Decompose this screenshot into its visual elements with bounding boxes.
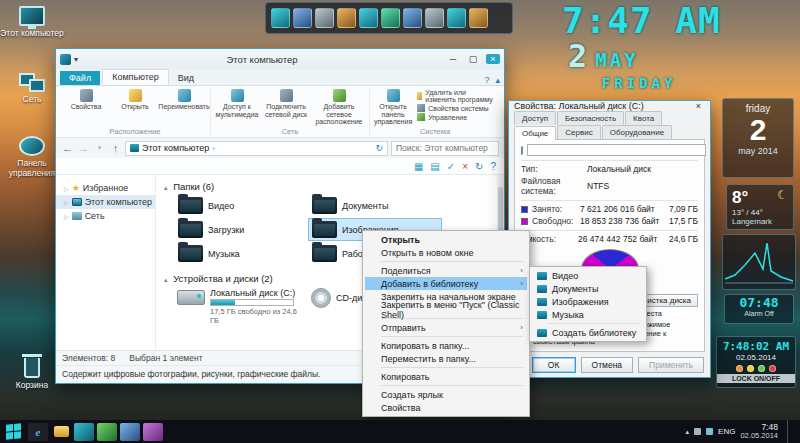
map-drive-button[interactable]: Подключить сетевой диск xyxy=(264,88,308,118)
menu-item-add-to-library[interactable]: Добавить в библиотеку› xyxy=(365,277,527,290)
open-control-panel-button[interactable]: Открыть панель управления xyxy=(374,88,412,126)
tray-status-icon[interactable] xyxy=(694,428,701,435)
start-button[interactable] xyxy=(0,420,26,443)
tray-expand-icon[interactable]: ▴ xyxy=(686,428,690,436)
green-button[interactable] xyxy=(758,365,765,372)
dialog-titlebar[interactable]: Свойства: Локальный диск (C:) × xyxy=(509,101,710,111)
view-details-icon[interactable]: ▤ xyxy=(430,161,439,172)
open-button[interactable]: Открыть xyxy=(113,88,157,111)
dock-icon-tools[interactable] xyxy=(381,8,400,28)
nav-this-pc[interactable]: ▷ Этот компьютер xyxy=(56,195,155,209)
menu-item-send-to[interactable]: Отправить› xyxy=(365,321,527,334)
ribbon-collapse-icon[interactable]: ▴ xyxy=(495,75,500,85)
dock-icon-games[interactable] xyxy=(469,8,488,28)
dialog-close-button[interactable]: × xyxy=(692,101,705,111)
refresh-toolbar-icon[interactable]: ↻ xyxy=(475,161,483,172)
tray-network-icon[interactable] xyxy=(706,428,713,435)
delete-icon[interactable]: × xyxy=(462,161,468,172)
dock-icon-browser[interactable] xyxy=(293,8,312,28)
submenu-item-music[interactable]: Музыка xyxy=(532,308,644,321)
menu-item-copy-to-folder[interactable]: Копировать в папку... xyxy=(365,339,527,352)
menu-item-properties[interactable]: Свойства xyxy=(365,401,527,414)
help-toolbar-icon[interactable]: ? xyxy=(490,161,496,172)
nav-network[interactable]: ▷ Сеть xyxy=(56,209,155,223)
folder-video[interactable]: Видео xyxy=(174,194,304,217)
taskbar-icon-app-blue[interactable] xyxy=(120,423,140,441)
folder-documents[interactable]: Документы xyxy=(308,194,442,217)
breadcrumb[interactable]: Этот компьютер › ↻ xyxy=(125,141,388,156)
folders-section-header[interactable]: ▴ Папки (6) xyxy=(164,181,494,192)
submenu-item-video[interactable]: Видео xyxy=(532,269,644,282)
tab-hardware[interactable]: Оборудование xyxy=(602,125,672,139)
tray-clock[interactable]: 7:48 02.05.2014 xyxy=(740,423,778,441)
uninstall-program-button[interactable]: Удалить или изменить программу xyxy=(417,89,496,103)
maximize-button[interactable]: ▢ xyxy=(466,54,480,64)
dock-icon-mail[interactable] xyxy=(403,8,422,28)
breadcrumb-chevron-icon[interactable]: › xyxy=(212,144,215,153)
expander-icon[interactable]: ▷ xyxy=(64,185,69,192)
close-button[interactable]: × xyxy=(486,54,500,64)
submenu-item-create-library[interactable]: Создать библиотеку xyxy=(532,326,644,339)
search-input[interactable] xyxy=(391,141,499,156)
explorer-titlebar[interactable]: ▾ Этот компьютер ─ ▢ × xyxy=(56,49,504,69)
minimize-button[interactable]: ─ xyxy=(446,54,460,64)
taskbar-icon-ie[interactable]: e xyxy=(28,423,48,441)
red-button[interactable] xyxy=(769,365,776,372)
taskbar-icon-app-purple[interactable] xyxy=(143,423,163,441)
collapse-icon[interactable]: ▴ xyxy=(164,276,168,283)
menu-item-open[interactable]: Открыть xyxy=(365,233,527,246)
menu-item-open-new-window[interactable]: Открыть в новом окне xyxy=(365,246,527,259)
forward-button[interactable]: → xyxy=(77,142,90,154)
desktop-icon-this-pc[interactable]: Этот компьютер xyxy=(0,6,64,38)
dock-icon-player[interactable] xyxy=(359,8,378,28)
rename-button[interactable]: Переименовать xyxy=(162,88,206,111)
breadcrumb-text[interactable]: Этот компьютер xyxy=(142,143,209,153)
tab-security[interactable]: Безопасность xyxy=(557,111,624,125)
menu-item-copy[interactable]: Копировать xyxy=(365,370,527,383)
properties-button[interactable]: Свойства xyxy=(64,88,108,111)
submenu-item-pictures[interactable]: Изображения xyxy=(532,295,644,308)
volume-label-input[interactable] xyxy=(527,144,706,156)
lock-toggle[interactable]: LOCK ON/OFF xyxy=(717,374,795,383)
ok-button[interactable]: ОК xyxy=(532,357,576,373)
select-check-icon[interactable]: ✓ xyxy=(447,161,455,172)
show-desktop-button[interactable] xyxy=(787,420,792,443)
menu-item-pin-to-start-classic[interactable]: Закрепить в меню "Пуск" (Classic Shell) xyxy=(365,303,527,316)
taskbar-icon-app-green[interactable] xyxy=(97,423,117,441)
tab-tools[interactable]: Сервис xyxy=(557,125,600,139)
dock-icon-photos[interactable] xyxy=(337,8,356,28)
tab-quota[interactable]: Квота xyxy=(625,111,662,125)
taskbar-icon-media[interactable] xyxy=(74,423,94,441)
language-indicator[interactable]: ENG xyxy=(718,427,735,436)
add-network-location-button[interactable]: Добавить сетевое расположение xyxy=(313,88,365,126)
device-local-disk[interactable]: Локальный диск (C:) 17,5 ГБ свободно из … xyxy=(174,286,304,327)
tab-computer[interactable]: Компьютер xyxy=(102,69,169,85)
orange-button[interactable] xyxy=(736,365,743,372)
submenu-item-documents[interactable]: Документы xyxy=(532,282,644,295)
taskbar-icon-explorer[interactable] xyxy=(51,423,71,441)
view-tiles-icon[interactable]: ▦ xyxy=(414,161,423,172)
collapse-icon[interactable]: ▴ xyxy=(164,184,168,191)
folder-downloads[interactable]: Загрузки xyxy=(174,218,304,241)
tab-view[interactable]: Вид xyxy=(169,71,203,85)
cancel-button[interactable]: Отмена xyxy=(581,357,634,373)
up-button[interactable]: ↑ xyxy=(109,142,122,154)
dock-icon-explorer[interactable] xyxy=(425,8,444,28)
tab-file[interactable]: Файл xyxy=(60,71,100,85)
manage-button[interactable]: Управление xyxy=(417,113,496,121)
help-icon[interactable]: ? xyxy=(484,75,489,85)
nav-favorites[interactable]: ▷ ★ Избранное xyxy=(56,181,155,195)
system-properties-button[interactable]: Свойства системы xyxy=(417,104,496,112)
expander-icon[interactable]: ▷ xyxy=(64,213,69,220)
back-button[interactable]: ← xyxy=(61,142,74,154)
menu-item-move-to-folder[interactable]: Переместить в папку... xyxy=(365,352,527,365)
dock-icon-settings[interactable] xyxy=(315,8,334,28)
tab-sharing[interactable]: Доступ xyxy=(514,111,556,125)
apply-button[interactable]: Применить xyxy=(638,357,704,373)
expander-icon[interactable]: ▷ xyxy=(64,199,69,206)
dock-icon-music[interactable] xyxy=(447,8,466,28)
folder-music[interactable]: Музыка xyxy=(174,242,304,265)
history-dropdown-icon[interactable]: ▾ xyxy=(93,144,106,152)
dock-icon-media[interactable] xyxy=(271,8,290,28)
menu-item-share[interactable]: Поделиться› xyxy=(365,264,527,277)
